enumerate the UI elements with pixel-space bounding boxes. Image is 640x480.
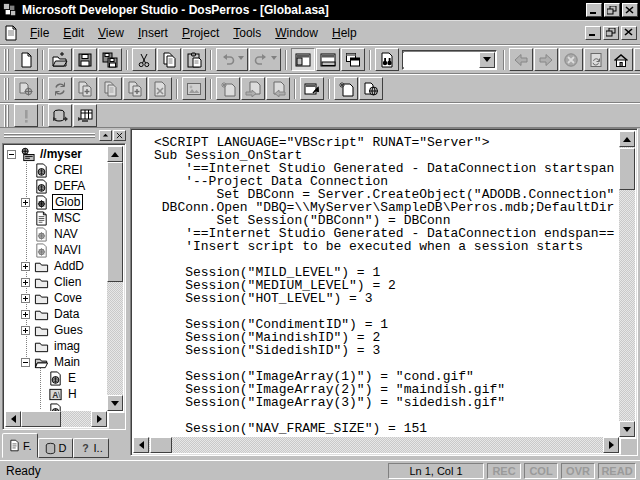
tree-vscroll[interactable] [107, 146, 123, 411]
workspace-toggle-button[interactable] [291, 48, 315, 71]
tree-item-navi[interactable]: NAVI [5, 242, 107, 258]
home-button[interactable] [609, 48, 633, 71]
code-text[interactable]: <SCRIPT LANGUAGE="VBScript" RUNAT="Serve… [133, 131, 619, 435]
tree-item-label[interactable]: Glob [52, 194, 83, 210]
tree-scroll-left-button[interactable] [5, 411, 21, 427]
expand-plus-box[interactable] [21, 278, 30, 287]
code-area[interactable]: <SCRIPT LANGUAGE="VBScript" RUNAT="Serve… [133, 131, 619, 437]
tree-item-main[interactable]: Main [5, 354, 107, 370]
menu-view[interactable]: View [91, 24, 131, 42]
expand-plus-box[interactable] [21, 262, 30, 271]
run-query-button[interactable] [48, 104, 72, 127]
editor-hscroll-thumb[interactable] [150, 437, 172, 453]
expand-plus-box[interactable] [21, 198, 30, 207]
editor-hscroll[interactable] [133, 437, 619, 453]
tab-i[interactable]: ?I.. [73, 438, 109, 458]
window-refresh-button[interactable] [300, 77, 324, 100]
title-bar[interactable]: Microsoft Developer Studio - DosPerros -… [0, 0, 640, 20]
copy-forward-button[interactable] [241, 77, 265, 100]
run-button[interactable] [14, 104, 38, 127]
tree-item-label[interactable]: Data [52, 307, 81, 321]
search-button[interactable] [634, 48, 640, 71]
cascade-windows-button[interactable] [341, 48, 365, 71]
restore-button[interactable] [604, 3, 620, 17]
web-properties-button[interactable] [14, 77, 38, 100]
toolbar-gripper[interactable] [4, 78, 11, 100]
gripper-lines[interactable] [4, 132, 95, 139]
document-icon[interactable] [3, 25, 19, 41]
tree-hscroll[interactable] [5, 411, 107, 427]
tree-item-label[interactable]: Gues [52, 323, 85, 337]
collapse-minus-box[interactable] [7, 150, 16, 159]
expand-plus-box[interactable] [21, 310, 30, 319]
menu-tools[interactable]: Tools [226, 24, 268, 42]
tree-scroll-right-button[interactable] [91, 411, 107, 427]
cut-button[interactable] [132, 48, 156, 71]
minimize-button[interactable] [586, 3, 602, 17]
tree-item-label[interactable]: CREI [52, 163, 85, 177]
tree-item-myser[interactable]: //myser [5, 146, 107, 162]
panel-minimize-button[interactable] [99, 130, 112, 141]
tree-item-msc[interactable]: MSC [5, 210, 107, 226]
redo-button-dropdown[interactable] [271, 56, 277, 63]
search-titles-button[interactable] [375, 48, 399, 71]
copy-pages-button[interactable] [98, 77, 122, 100]
output-window-button[interactable] [316, 48, 340, 71]
new-item-button[interactable] [216, 77, 240, 100]
toolbar-gripper[interactable] [4, 49, 11, 71]
panel-gripper[interactable] [0, 128, 128, 141]
menu-project[interactable]: Project [175, 24, 226, 42]
tab-f[interactable]: F. [2, 433, 38, 458]
back-button[interactable] [509, 48, 533, 71]
menu-help[interactable]: Help [325, 24, 364, 42]
tab-d[interactable]: D [38, 438, 73, 458]
editor-scroll-up-button[interactable] [619, 131, 635, 147]
toolbar-gripper[interactable] [4, 105, 11, 127]
search-combo[interactable] [402, 50, 497, 70]
tree-item-label[interactable]: AddD [52, 259, 86, 273]
mdi-restore-button[interactable] [603, 26, 619, 40]
redo-button[interactable] [249, 48, 281, 71]
tree-item-addd[interactable]: AddD [5, 258, 107, 274]
tree-item-label[interactable]: H [66, 387, 79, 401]
search-combo-dropdown-button[interactable] [479, 52, 495, 68]
tree-item-imag[interactable]: imag [5, 338, 107, 354]
tree-item-label[interactable]: //myser [38, 147, 84, 161]
add-pages-button[interactable] [73, 77, 97, 100]
editor-scroll-down-button[interactable] [619, 421, 635, 437]
tree-item-cove[interactable]: Cove [5, 290, 107, 306]
tree-item-data[interactable]: Data [5, 306, 107, 322]
undo-button[interactable] [216, 48, 248, 71]
tree-item-label[interactable]: Cove [52, 291, 84, 305]
tree-item-clien[interactable]: Clien [5, 274, 107, 290]
save-all-button[interactable] [98, 48, 122, 71]
save-table-button[interactable] [73, 104, 97, 127]
editor-vscroll[interactable] [619, 131, 635, 437]
tree-scroll-down-button[interactable] [107, 395, 123, 411]
tree-vscroll-thumb[interactable] [107, 162, 123, 282]
editor-scroll-right-button[interactable] [603, 437, 619, 453]
expand-plus-box[interactable] [21, 294, 30, 303]
menu-insert[interactable]: Insert [131, 24, 175, 42]
collapse-minus-box[interactable] [21, 358, 30, 367]
undo-button-dropdown[interactable] [238, 56, 244, 63]
forward-button[interactable] [534, 48, 558, 71]
editor-vscroll-thumb[interactable] [619, 148, 635, 190]
tree-item-glob[interactable]: Glob [5, 194, 107, 210]
mdi-minimize-button[interactable] [585, 26, 601, 40]
new-page-button[interactable] [334, 77, 358, 100]
swap-pages-button[interactable] [123, 77, 147, 100]
tree-item-defa[interactable]: DEFA [5, 178, 107, 194]
refresh-button[interactable] [584, 48, 608, 71]
editor-scroll-left-button[interactable] [133, 437, 149, 453]
tree-item-label[interactable]: Main [52, 355, 82, 369]
menu-file[interactable]: File [23, 24, 56, 42]
expand-plus-box[interactable] [21, 326, 30, 335]
menu-window[interactable]: Window [268, 24, 325, 42]
image-button[interactable] [182, 77, 206, 100]
tree-item-label[interactable]: MSC [52, 211, 83, 225]
tree-item-label[interactable]: Clien [52, 275, 83, 289]
globe-pages-button[interactable] [359, 77, 383, 100]
tree-item-crei[interactable]: CREI [5, 162, 107, 178]
tree-item-h[interactable]: AH [5, 386, 107, 402]
